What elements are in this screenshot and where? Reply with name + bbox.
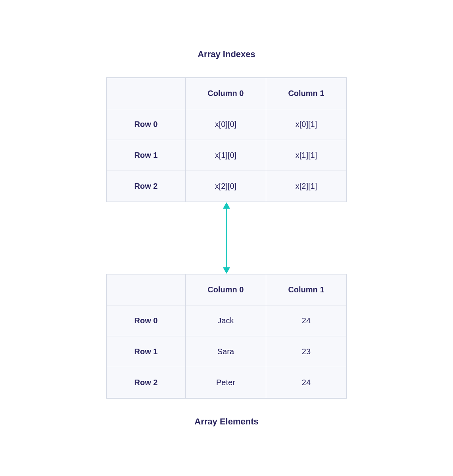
cell-value: Peter (185, 367, 266, 398)
cell-value: x[1][0] (185, 140, 266, 171)
table-row: Column 0 Column 1 (107, 78, 347, 109)
cell-value: x[1][1] (266, 140, 346, 171)
row-header: Row 2 (107, 367, 186, 398)
cell-value: 24 (266, 367, 346, 398)
corner-cell (107, 274, 186, 305)
table-row: Column 0 Column 1 (107, 274, 347, 305)
column-header: Column 0 (185, 274, 266, 305)
title-top: Array Indexes (198, 49, 255, 60)
column-header: Column 0 (185, 78, 266, 109)
column-header: Column 1 (266, 274, 346, 305)
elements-table-wrapper: Column 0 Column 1 Row 0 Jack 24 Row 1 Sa… (106, 274, 347, 399)
cell-value: x[2][1] (266, 171, 346, 202)
table-row: Row 0 Jack 24 (107, 305, 347, 336)
svg-marker-2 (223, 267, 230, 274)
double-arrow-container (221, 202, 232, 274)
cell-value: x[0][0] (185, 109, 266, 140)
svg-marker-1 (223, 202, 230, 209)
table-row: Row 0 x[0][0] x[0][1] (107, 109, 347, 140)
row-header: Row 2 (107, 171, 186, 202)
indexes-table: Column 0 Column 1 Row 0 x[0][0] x[0][1] … (106, 78, 347, 202)
indexes-table-wrapper: Column 0 Column 1 Row 0 x[0][0] x[0][1] … (106, 77, 347, 202)
row-header: Row 0 (107, 305, 186, 336)
row-header: Row 0 (107, 109, 186, 140)
column-header: Column 1 (266, 78, 346, 109)
corner-cell (107, 78, 186, 109)
row-header: Row 1 (107, 336, 186, 367)
cell-value: 24 (266, 305, 346, 336)
table-row: Row 2 x[2][0] x[2][1] (107, 171, 347, 202)
elements-table: Column 0 Column 1 Row 0 Jack 24 Row 1 Sa… (106, 274, 347, 398)
cell-value: Sara (185, 336, 266, 367)
table-row: Row 1 Sara 23 (107, 336, 347, 367)
title-bottom: Array Elements (194, 416, 258, 427)
cell-value: 23 (266, 336, 346, 367)
table-row: Row 2 Peter 24 (107, 367, 347, 398)
cell-value: Jack (185, 305, 266, 336)
double-arrow-icon (221, 202, 232, 274)
cell-value: x[0][1] (266, 109, 346, 140)
table-row: Row 1 x[1][0] x[1][1] (107, 140, 347, 171)
cell-value: x[2][0] (185, 171, 266, 202)
array-diagram: Array Indexes Column 0 Column 1 Row 0 x[… (0, 49, 453, 427)
row-header: Row 1 (107, 140, 186, 171)
